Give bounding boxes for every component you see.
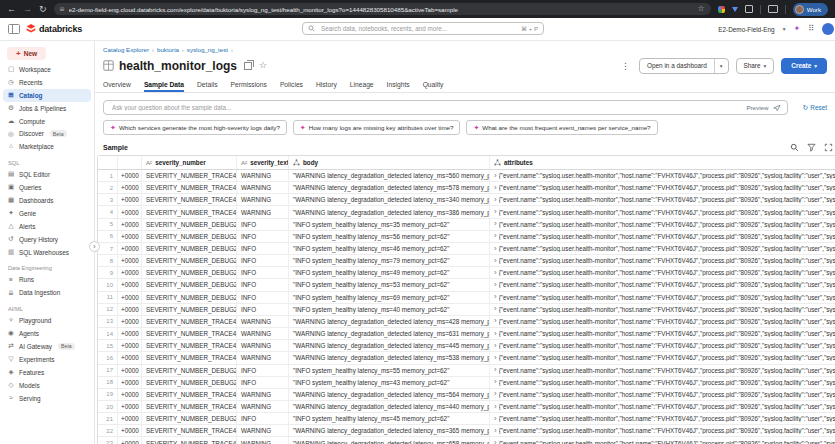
copy-icon[interactable] <box>244 62 252 70</box>
create-button[interactable]: Create ▾ <box>781 58 827 74</box>
favorite-star-icon[interactable]: ☆ <box>259 61 267 70</box>
forward-icon[interactable]: → <box>23 5 32 14</box>
global-search[interactable]: ⌘ + P <box>302 22 544 35</box>
open-in-dashboard-label[interactable]: Open in a dashboard <box>640 59 714 73</box>
expand-chevron-icon[interactable]: › <box>494 232 497 240</box>
expand-chevron-icon[interactable]: › <box>494 257 497 265</box>
collections-icon[interactable] <box>745 5 753 13</box>
column-header-severity_number[interactable]: Acseverity_number <box>142 156 237 169</box>
sidebar-item-features[interactable]: ◈Features <box>0 366 94 379</box>
sidebar-item-playground[interactable]: ✧Playground <box>0 314 94 327</box>
back-icon[interactable]: ← <box>7 5 16 14</box>
user-avatar[interactable] <box>822 23 834 35</box>
expand-chevron-icon[interactable]: › <box>494 354 497 362</box>
breadcrumb-link-catalog-explorer[interactable]: Catalog Explorer <box>103 46 149 53</box>
column-header-attributes[interactable]: attributes <box>490 156 835 169</box>
expand-chevron-icon[interactable]: › <box>494 281 497 289</box>
sidebar-item-workspace[interactable]: ▢Workspace <box>0 63 94 76</box>
expand-chevron-icon[interactable]: › <box>494 330 497 338</box>
column-header-severity_text[interactable]: Acseverity_text <box>237 156 289 169</box>
fullscreen-icon[interactable] <box>824 143 833 152</box>
tab-insights[interactable]: Insights <box>387 81 410 92</box>
expand-chevron-icon[interactable]: › <box>494 293 497 301</box>
apps-grid-icon[interactable]: ⠿ <box>808 25 814 33</box>
expand-chevron-icon[interactable]: › <box>494 245 497 253</box>
sidebar-item-genie[interactable]: ✦Genie <box>0 207 94 220</box>
expand-chevron-icon[interactable]: › <box>494 403 497 411</box>
search-input[interactable] <box>319 24 517 33</box>
expand-chevron-icon[interactable]: › <box>494 172 497 180</box>
open-in-dashboard-button[interactable]: Open in a dashboard ▾ <box>639 58 728 74</box>
ask-question-input[interactable] <box>110 103 741 112</box>
kebab-menu-icon[interactable]: ⋮ <box>619 61 632 71</box>
breadcrumb-link-buktoria[interactable]: buktoria <box>157 46 179 53</box>
expand-chevron-icon[interactable]: › <box>494 415 497 423</box>
open-in-dashboard-dropdown[interactable]: ▾ <box>714 59 728 73</box>
sidebar-item-sql-warehouses[interactable]: ▥SQL Warehouses <box>0 246 94 259</box>
sidebar-item-experiments[interactable]: ▽Experiments <box>0 353 94 366</box>
expand-chevron-icon[interactable]: › <box>494 196 497 204</box>
sidebar-item-sql-editor[interactable]: ▤SQL Editor <box>0 168 94 181</box>
databricks-logo[interactable]: databricks <box>26 24 82 34</box>
tab-overview[interactable]: Overview <box>103 81 131 92</box>
tab-permissions[interactable]: Permissions <box>230 81 266 92</box>
expand-chevron-icon[interactable]: › <box>494 439 497 444</box>
reset-button[interactable]: ↻ Reset <box>802 104 827 111</box>
expand-chevron-icon[interactable]: › <box>494 317 497 325</box>
extension-drop-icon[interactable] <box>732 7 738 12</box>
suggestion-chip-2[interactable]: ✦How many logs are missing key attribute… <box>293 120 461 135</box>
sidebar-item-queries[interactable]: ▣Queries <box>0 181 94 194</box>
new-button[interactable]: + New <box>7 47 46 60</box>
tab-history[interactable]: History <box>316 81 337 92</box>
expand-chevron-icon[interactable]: › <box>494 184 497 192</box>
bookmark-star-icon[interactable]: ☆ <box>698 5 705 13</box>
sidebar-item-ai-gateway[interactable]: ⇄AI GatewayBeta <box>0 340 94 353</box>
expand-chevron-icon[interactable]: › <box>494 378 497 386</box>
expand-chevron-icon[interactable]: › <box>494 269 497 277</box>
expand-chevron-icon[interactable]: › <box>494 305 497 313</box>
tab-lineage[interactable]: Lineage <box>350 81 374 92</box>
filter-icon[interactable] <box>807 143 816 152</box>
column-header-body[interactable]: body <box>289 156 490 169</box>
tab-details[interactable]: Details <box>197 81 217 92</box>
column-header-hidden[interactable] <box>118 156 142 169</box>
assistant-icon[interactable]: ✦ <box>793 25 800 33</box>
sidebar-toggle-icon[interactable] <box>8 24 20 34</box>
sidebar-item-query-history[interactable]: ↺Query History <box>0 233 94 246</box>
extension-icon[interactable] <box>718 6 725 13</box>
browser-profile-chip[interactable]: Work <box>793 3 828 16</box>
sidebar-collapse-button[interactable]: › <box>89 241 100 252</box>
workspace-switcher[interactable]: E2-Demo-Field-Eng <box>718 26 774 33</box>
expand-chevron-icon[interactable]: › <box>494 220 497 228</box>
expand-chevron-icon[interactable]: › <box>494 390 497 398</box>
share-button[interactable]: Share ▾ <box>736 58 775 74</box>
screenshot-tool-icon[interactable] <box>768 5 778 13</box>
address-bar[interactable]: ⊞ e2-demo-field-eng.cloud.databricks.com… <box>54 3 711 15</box>
suggestion-chip-3[interactable]: ✦What are the most frequent event_names … <box>466 120 657 135</box>
sidebar-item-data-ingestion[interactable]: ⇊Data Ingestion <box>0 286 94 299</box>
sidebar-item-models[interactable]: ◇Models <box>0 379 94 392</box>
ask-question-box[interactable]: Preview <box>103 100 788 115</box>
tab-sample-data[interactable]: Sample Data <box>144 81 184 92</box>
breadcrumb-link-syslog-ng-test[interactable]: syslog_ng_test <box>187 46 228 53</box>
sidebar-item-compute[interactable]: ☁Compute <box>0 115 94 128</box>
sidebar-item-discover[interactable]: ◎DiscoverBeta <box>0 127 94 140</box>
site-info-icon[interactable]: ⊞ <box>60 6 65 12</box>
sidebar-item-marketplace[interactable]: ⌂Marketplace <box>0 140 94 153</box>
sidebar-item-dashboards[interactable]: ▦Dashboards <box>0 194 94 207</box>
expand-chevron-icon[interactable]: › <box>494 366 497 374</box>
refresh-icon[interactable]: ↻ <box>39 5 47 14</box>
sidebar-item-serving[interactable]: ≈Serving <box>0 392 94 405</box>
sidebar-item-agents[interactable]: ◉Agents <box>0 327 94 340</box>
sidebar-item-catalog[interactable]: ⊞Catalog <box>3 89 91 102</box>
expand-chevron-icon[interactable]: › <box>494 342 497 350</box>
tab-quality[interactable]: Quality <box>423 81 444 92</box>
search-table-icon[interactable] <box>790 143 799 152</box>
sidebar-item-runs[interactable]: ≡Runs <box>0 273 94 286</box>
suggestion-chip-1[interactable]: ✦Which services generate the most high-s… <box>103 120 287 135</box>
expand-chevron-icon[interactable]: › <box>494 427 497 435</box>
tab-policies[interactable]: Policies <box>280 81 303 92</box>
send-icon[interactable] <box>773 104 781 112</box>
sidebar-item-jobs-pipelines[interactable]: ⚙Jobs & Pipelines <box>0 102 94 115</box>
sidebar-item-alerts[interactable]: △Alerts <box>0 220 94 233</box>
